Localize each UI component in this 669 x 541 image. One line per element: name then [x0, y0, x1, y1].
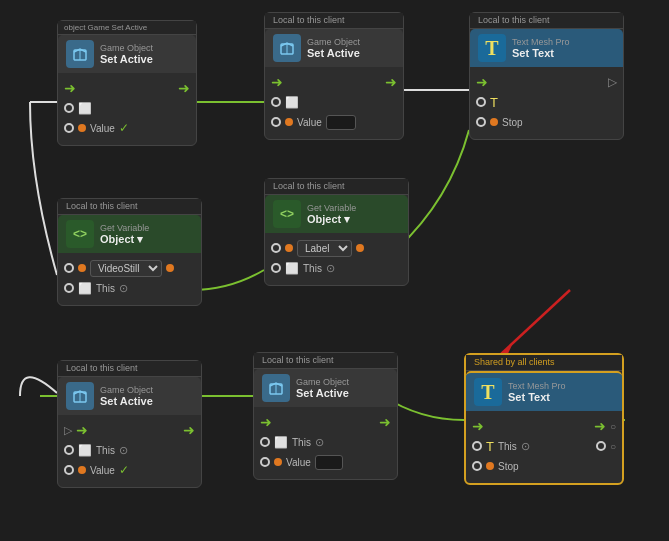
this-port-8[interactable]: [472, 441, 482, 451]
flow-in-port-2[interactable]: ➜: [271, 75, 283, 89]
flow-row-7: ➜ ➜: [260, 413, 391, 431]
node-tmp-settext-1: Local to this client T Text Mesh Pro Set…: [469, 12, 624, 140]
node-name-2: Set Active: [307, 47, 360, 59]
this-row-7: ⬜ This ⊙: [260, 433, 391, 451]
obj-port-1[interactable]: [64, 103, 74, 113]
node-title-4: Get Variable Object ▾: [100, 223, 149, 246]
value-orange-7[interactable]: [274, 458, 282, 466]
flow-out-port-7[interactable]: ➜: [379, 415, 391, 429]
flow-in-port-1[interactable]: ➜: [64, 81, 76, 95]
value-input-2[interactable]: [326, 115, 356, 130]
this-cube-5[interactable]: ⬜: [285, 262, 299, 275]
node-body-4: VideoStill ⬜ This ⊙: [58, 253, 201, 305]
getvar-icon-1: <>: [66, 220, 94, 248]
tmp-row-3: T: [476, 93, 617, 111]
node-label-2: Game Object: [307, 37, 360, 47]
vs-port-in[interactable]: [64, 263, 74, 273]
node-game-object-setactive-3: Local to this client Game Object Set Act…: [57, 360, 202, 488]
this-label-7: This: [292, 437, 311, 448]
flow-in-port-7[interactable]: ➜: [260, 415, 272, 429]
node-name-3: Set Text: [512, 47, 570, 59]
circle-8: ○: [610, 441, 616, 452]
this-label-4: This: [96, 283, 115, 294]
flow-out-port-1[interactable]: ➜: [178, 81, 190, 95]
obj-port-2[interactable]: [271, 97, 281, 107]
node-body-1: ➜ ➜ ⬜ Value ✓: [58, 73, 196, 145]
this-port-7[interactable]: [260, 437, 270, 447]
node-body-2: ➜ ➜ ⬜ Value: [265, 67, 403, 139]
this-cube-6[interactable]: ⬜: [78, 444, 92, 457]
node-label-6: Game Object: [100, 385, 153, 395]
label-port-out-5[interactable]: [356, 244, 364, 252]
node-label-1: Game Object: [100, 43, 153, 53]
tmp-letter-8: T: [486, 439, 494, 454]
value-row-7: Value: [260, 453, 391, 471]
flow-out-port-3: ▷: [608, 75, 617, 89]
node-header-5: <> Get Variable Object ▾: [265, 195, 408, 233]
value-port-6[interactable]: [64, 465, 74, 475]
stop-orange-3[interactable]: [490, 118, 498, 126]
this-target-6: ⊙: [119, 444, 128, 457]
value-port-2[interactable]: [271, 117, 281, 127]
tmp-icon-1: T: [478, 34, 506, 62]
node-scope-1: object Game Set Active: [58, 21, 196, 35]
cube-port-2[interactable]: ⬜: [285, 96, 299, 109]
node-tmp-settext-2: Shared by all clients T Text Mesh Pro Se…: [464, 353, 624, 485]
value-orange-6[interactable]: [78, 466, 86, 474]
label-orange-5[interactable]: [285, 244, 293, 252]
node-body-5: Label ⬜ This ⊙: [265, 233, 408, 285]
node-scope-2: Local to this client: [265, 13, 403, 29]
value-orange-1[interactable]: [78, 124, 86, 132]
flow-circle-8: ○: [610, 421, 616, 432]
label-port-in-5[interactable]: [271, 243, 281, 253]
node-game-object-setactive-4: Local to this client Game Object Set Act…: [253, 352, 398, 480]
play-port-6[interactable]: ▷: [64, 424, 72, 437]
this-row-5: ⬜ This ⊙: [271, 259, 402, 277]
this-target-4: ⊙: [119, 282, 128, 295]
node-getvar-1: Local to this client <> Get Variable Obj…: [57, 198, 202, 306]
flow-in-port-8[interactable]: ➜: [472, 419, 484, 433]
value-label-7: Value: [286, 457, 311, 468]
cube-port-1[interactable]: ⬜: [78, 102, 92, 115]
label-dropdown-5[interactable]: Label: [297, 240, 352, 257]
stop-port-3[interactable]: [476, 117, 486, 127]
stop-port-8[interactable]: [472, 461, 482, 471]
this-port-6[interactable]: [64, 445, 74, 455]
value-checkbox-6[interactable]: ✓: [119, 463, 129, 477]
node-game-object-setactive-2: Local to this client Game Object Set Act…: [264, 12, 404, 140]
cube-icon-7: [262, 374, 290, 402]
flow-out-port-6[interactable]: ➜: [183, 423, 195, 437]
vs-port-out[interactable]: [166, 264, 174, 272]
tmp-letter-3: T: [490, 95, 498, 110]
flow-in-port-6[interactable]: ➜: [76, 423, 88, 437]
node-game-object-setactive-1: object Game Set Active Game Object Set A…: [57, 20, 197, 146]
value-input-7[interactable]: [315, 455, 343, 470]
value-port-1[interactable]: [64, 123, 74, 133]
stop-orange-8[interactable]: [486, 462, 494, 470]
node-name-6: Set Active: [100, 395, 153, 407]
node-title-2: Game Object Set Active: [307, 37, 360, 59]
this-target-8: ⊙: [521, 440, 530, 453]
node-body-8: ➜ ➜ ○ T This ⊙ ○ Stop: [466, 411, 622, 483]
videostill-dropdown[interactable]: VideoStill: [90, 260, 162, 277]
value-label-6: Value: [90, 465, 115, 476]
vs-orange[interactable]: [78, 264, 86, 272]
this-port-4[interactable]: [64, 283, 74, 293]
node-title-8: Text Mesh Pro Set Text: [508, 381, 566, 403]
cube-icon-1: [66, 40, 94, 68]
flow-out-port-8[interactable]: ➜: [594, 419, 606, 433]
value-orange-2[interactable]: [285, 118, 293, 126]
flow-in-port-3[interactable]: ➜: [476, 75, 488, 89]
node-label-7: Game Object: [296, 377, 349, 387]
videostill-row: VideoStill: [64, 259, 195, 277]
node-body-7: ➜ ➜ ⬜ This ⊙ Value: [254, 407, 397, 479]
this-port-5[interactable]: [271, 263, 281, 273]
this-cube-4[interactable]: ⬜: [78, 282, 92, 295]
this-port-out-8[interactable]: [596, 441, 606, 451]
value-checkbox-1[interactable]: ✓: [119, 121, 129, 135]
tmp-port-3[interactable]: [476, 97, 486, 107]
node-canvas: object Game Set Active Game Object Set A…: [0, 0, 669, 541]
flow-out-port-2[interactable]: ➜: [385, 75, 397, 89]
value-port-7[interactable]: [260, 457, 270, 467]
this-cube-7[interactable]: ⬜: [274, 436, 288, 449]
